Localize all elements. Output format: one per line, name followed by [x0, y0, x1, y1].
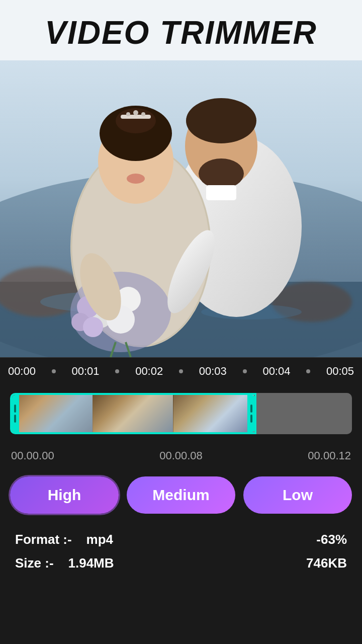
handle-grip-right: [250, 405, 252, 423]
svg-rect-17: [121, 115, 151, 119]
time-marker-4: 00:04: [262, 365, 290, 378]
svg-point-19: [126, 112, 130, 116]
svg-point-21: [127, 174, 145, 184]
time-marker-1: 00:01: [72, 365, 100, 378]
controls-section: 00.00.00 00.00.08 00.00.12 High Medium L…: [0, 383, 362, 594]
trim-track[interactable]: [10, 393, 352, 434]
trim-handle-right[interactable]: [247, 395, 255, 432]
thumbnail-strip: [12, 395, 254, 432]
format-row: Format :- mp4 -63%: [15, 532, 347, 547]
time-marker-5: 00:05: [326, 365, 354, 378]
handle-grip-left: [14, 405, 16, 423]
format-label: Format :- mp4: [15, 532, 113, 547]
timeline-dot-5: [306, 369, 310, 373]
svg-point-20: [141, 112, 145, 116]
video-canvas: [0, 60, 362, 357]
timeline-dot-4: [243, 369, 247, 373]
video-preview[interactable]: [0, 60, 362, 357]
timeline-dot-2: [115, 369, 119, 373]
svg-point-9: [186, 98, 256, 143]
svg-rect-11: [206, 185, 236, 200]
time-marker-3: 00:03: [199, 365, 227, 378]
thumb-frame-3: [173, 395, 254, 432]
trim-handle-left[interactable]: [11, 395, 19, 432]
quality-buttons: High Medium Low: [10, 476, 352, 514]
trim-active-region[interactable]: [10, 393, 256, 434]
timeline-dot-3: [179, 369, 183, 373]
app-title: VIDEO TRIMMER: [0, 14, 362, 51]
svg-point-10: [199, 158, 244, 189]
compression-value: -63%: [316, 532, 347, 547]
quality-low-button[interactable]: Low: [243, 476, 352, 514]
header-section: VIDEO TRIMMER: [0, 0, 362, 60]
quality-medium-button[interactable]: Medium: [127, 476, 235, 514]
thumb-frame-1: [12, 395, 93, 432]
trim-bar-container[interactable]: [10, 393, 352, 443]
timestamp-start: 00.00.00: [11, 449, 54, 462]
file-info-section: Format :- mp4 -63% Size :- 1.94MB 746KB: [10, 532, 352, 571]
size-label: Size :- 1.94MB: [15, 555, 114, 571]
timestamp-end: 00.00.12: [308, 449, 351, 462]
thumb-frame-2: [93, 395, 174, 432]
svg-point-29: [83, 317, 103, 337]
compressed-size-value: 746KB: [306, 555, 347, 571]
time-marker-0: 00:00: [8, 365, 36, 378]
svg-point-18: [133, 110, 138, 115]
timeline-section: 00:00 00:01 00:02 00:03 00:04 00:05: [0, 357, 362, 383]
timestamp-labels: 00.00.00 00.00.08 00.00.12: [10, 447, 352, 464]
timeline-dot-1: [52, 369, 56, 373]
time-marker-2: 00:02: [135, 365, 163, 378]
trim-inactive-region: [256, 393, 352, 434]
size-row: Size :- 1.94MB 746KB: [15, 555, 347, 571]
quality-high-button[interactable]: High: [10, 476, 119, 514]
timestamp-mid: 00.00.08: [159, 449, 203, 462]
